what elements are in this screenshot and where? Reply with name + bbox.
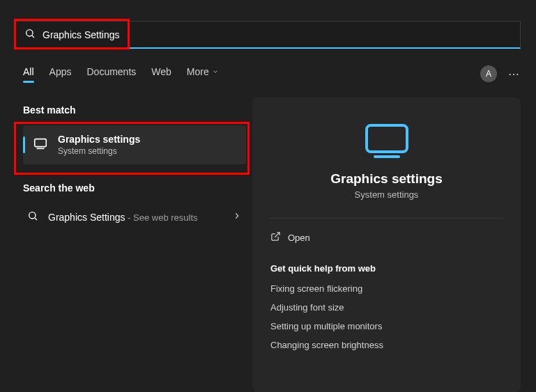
- tab-documents[interactable]: Documents: [86, 66, 136, 81]
- search-input[interactable]: [43, 29, 512, 40]
- tab-all[interactable]: All: [23, 66, 34, 81]
- active-tab-indicator: [23, 81, 34, 83]
- svg-point-4: [29, 212, 36, 219]
- best-match-label: Best match: [23, 104, 246, 116]
- more-options-button[interactable]: ⋯: [508, 68, 521, 81]
- help-link-multiple-monitors[interactable]: Setting up multiple monitors: [270, 321, 503, 331]
- web-result-item[interactable]: Graphics Settings - See web results: [23, 203, 246, 231]
- web-result-title: Graphics Settings: [48, 212, 125, 223]
- search-icon: [27, 210, 38, 224]
- open-label: Open: [288, 233, 310, 243]
- search-web-label: Search the web: [23, 182, 246, 194]
- results-column: Best match Graphics settings System sett…: [23, 104, 246, 231]
- best-match-result[interactable]: Graphics settings System settings: [23, 125, 246, 164]
- tab-more-label: More: [187, 66, 209, 77]
- tab-apps[interactable]: Apps: [49, 66, 72, 81]
- monitor-large-icon: [270, 124, 503, 159]
- preview-subtitle: System settings: [270, 189, 503, 200]
- web-result-text: Graphics Settings - See web results: [48, 211, 198, 224]
- search-bar[interactable]: [15, 21, 521, 49]
- open-external-icon: [270, 231, 281, 244]
- preview-title: Graphics settings: [270, 171, 503, 187]
- search-bar-container: [15, 21, 521, 49]
- monitor-icon: [33, 136, 48, 154]
- result-subtitle: System settings: [58, 146, 140, 156]
- svg-rect-2: [35, 139, 47, 147]
- user-avatar[interactable]: A: [480, 65, 497, 82]
- quick-help-label: Get quick help from web: [270, 263, 503, 274]
- preview-panel: Graphics settings System settings Open G…: [252, 97, 521, 392]
- open-action[interactable]: Open: [270, 231, 503, 244]
- chevron-down-icon: [212, 66, 219, 77]
- svg-line-5: [35, 218, 37, 220]
- web-search-section: Search the web Graphics Settings - See w…: [23, 182, 246, 231]
- help-link-flickering[interactable]: Fixing screen flickering: [270, 283, 503, 294]
- filter-tabs: All Apps Documents Web More A ⋯: [23, 65, 521, 82]
- divider: [270, 218, 503, 219]
- help-link-font-size[interactable]: Adjusting font size: [270, 302, 503, 313]
- selection-indicator: [23, 136, 25, 153]
- svg-line-1: [32, 36, 34, 38]
- tab-web[interactable]: Web: [151, 66, 171, 81]
- search-icon: [24, 28, 36, 42]
- result-text: Graphics settings System settings: [58, 134, 140, 156]
- svg-rect-6: [367, 125, 407, 152]
- result-title: Graphics settings: [58, 134, 140, 145]
- web-result-suffix: - See web results: [125, 212, 198, 223]
- svg-point-0: [26, 29, 33, 36]
- svg-line-8: [275, 233, 280, 237]
- chevron-right-icon: [232, 211, 242, 224]
- tab-more[interactable]: More: [187, 66, 219, 81]
- help-link-brightness[interactable]: Changing screen brightness: [270, 340, 503, 350]
